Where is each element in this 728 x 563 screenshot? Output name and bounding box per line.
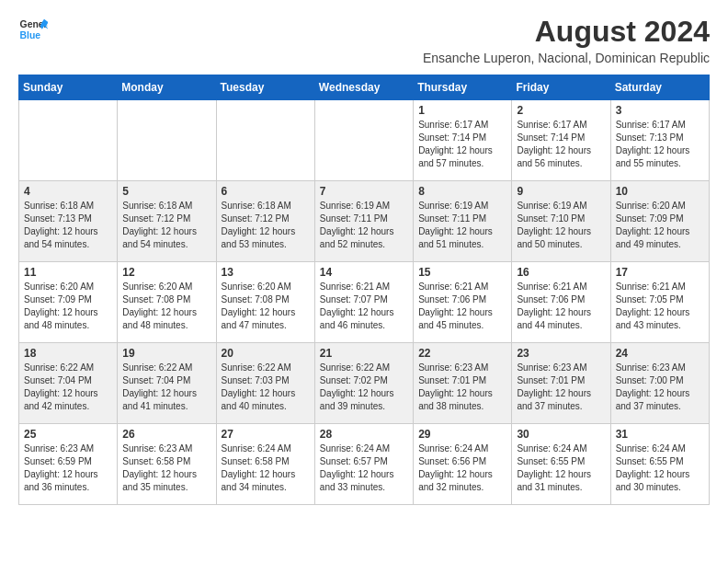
day-info: Sunrise: 6:24 AMSunset: 6:58 PMDaylight:… xyxy=(222,442,310,494)
day-info: Sunrise: 6:19 AMSunset: 7:11 PMDaylight:… xyxy=(418,200,506,251)
calendar-day-cell: 25Sunrise: 6:23 AMSunset: 6:59 PMDayligh… xyxy=(19,424,118,505)
subtitle: Ensanche Luperon, Nacional, Dominican Re… xyxy=(423,51,710,65)
day-number: 14 xyxy=(320,266,408,279)
day-number: 11 xyxy=(24,266,112,279)
day-info: Sunrise: 6:23 AMSunset: 7:01 PMDaylight:… xyxy=(517,362,605,413)
day-info: Sunrise: 6:17 AMSunset: 7:14 PMDaylight:… xyxy=(517,119,605,170)
day-number: 12 xyxy=(122,266,210,279)
logo-icon: General Blue xyxy=(18,15,48,44)
day-info: Sunrise: 6:24 AMSunset: 6:56 PMDaylight:… xyxy=(418,442,506,494)
day-info: Sunrise: 6:23 AMSunset: 6:59 PMDaylight:… xyxy=(24,442,112,494)
day-info: Sunrise: 6:23 AMSunset: 7:01 PMDaylight:… xyxy=(418,362,506,413)
day-info: Sunrise: 6:20 AMSunset: 7:09 PMDaylight:… xyxy=(24,281,112,332)
day-number: 30 xyxy=(517,428,605,441)
calendar-day-cell: 19Sunrise: 6:22 AMSunset: 7:04 PMDayligh… xyxy=(118,343,216,424)
calendar-day-cell: 20Sunrise: 6:22 AMSunset: 7:03 PMDayligh… xyxy=(216,343,314,424)
calendar-day-header: Sunday xyxy=(19,75,118,100)
day-number: 5 xyxy=(122,185,210,198)
calendar-day-cell xyxy=(19,100,118,181)
calendar-day-cell: 12Sunrise: 6:20 AMSunset: 7:08 PMDayligh… xyxy=(118,262,216,343)
calendar-day-cell: 14Sunrise: 6:21 AMSunset: 7:07 PMDayligh… xyxy=(314,262,413,343)
calendar-day-cell: 27Sunrise: 6:24 AMSunset: 6:58 PMDayligh… xyxy=(216,424,314,505)
calendar-week-row: 18Sunrise: 6:22 AMSunset: 7:04 PMDayligh… xyxy=(19,343,710,424)
calendar-day-cell: 11Sunrise: 6:20 AMSunset: 7:09 PMDayligh… xyxy=(19,262,118,343)
calendar-week-row: 4Sunrise: 6:18 AMSunset: 7:13 PMDaylight… xyxy=(19,181,710,262)
day-number: 20 xyxy=(222,347,310,360)
calendar-day-header: Monday xyxy=(118,75,216,100)
calendar-day-cell: 30Sunrise: 6:24 AMSunset: 6:55 PMDayligh… xyxy=(512,424,610,505)
day-info: Sunrise: 6:21 AMSunset: 7:06 PMDaylight:… xyxy=(517,281,605,332)
day-number: 19 xyxy=(122,347,210,360)
calendar-day-cell: 4Sunrise: 6:18 AMSunset: 7:13 PMDaylight… xyxy=(19,181,118,262)
calendar-day-header: Saturday xyxy=(610,75,709,100)
day-number: 13 xyxy=(222,266,310,279)
calendar-day-cell: 8Sunrise: 6:19 AMSunset: 7:11 PMDaylight… xyxy=(414,181,512,262)
calendar-day-header: Wednesday xyxy=(314,75,413,100)
calendar-day-cell xyxy=(216,100,314,181)
calendar-day-cell: 24Sunrise: 6:23 AMSunset: 7:00 PMDayligh… xyxy=(610,343,709,424)
day-info: Sunrise: 6:21 AMSunset: 7:05 PMDaylight:… xyxy=(616,281,704,332)
calendar-day-cell: 28Sunrise: 6:24 AMSunset: 6:57 PMDayligh… xyxy=(314,424,413,505)
day-number: 10 xyxy=(616,185,704,198)
day-info: Sunrise: 6:19 AMSunset: 7:10 PMDaylight:… xyxy=(517,200,605,251)
day-number: 21 xyxy=(320,347,408,360)
calendar-day-cell: 3Sunrise: 6:17 AMSunset: 7:13 PMDaylight… xyxy=(610,100,709,181)
day-info: Sunrise: 6:22 AMSunset: 7:02 PMDaylight:… xyxy=(320,362,408,413)
day-info: Sunrise: 6:18 AMSunset: 7:12 PMDaylight:… xyxy=(222,200,310,251)
day-info: Sunrise: 6:20 AMSunset: 7:08 PMDaylight:… xyxy=(122,281,210,332)
calendar-day-cell: 9Sunrise: 6:19 AMSunset: 7:10 PMDaylight… xyxy=(512,181,610,262)
day-number: 6 xyxy=(222,185,310,198)
calendar-table: SundayMondayTuesdayWednesdayThursdayFrid… xyxy=(18,75,710,505)
day-info: Sunrise: 6:17 AMSunset: 7:13 PMDaylight:… xyxy=(616,119,704,170)
day-info: Sunrise: 6:18 AMSunset: 7:12 PMDaylight:… xyxy=(122,200,210,251)
calendar-week-row: 11Sunrise: 6:20 AMSunset: 7:09 PMDayligh… xyxy=(19,262,710,343)
calendar-day-header: Thursday xyxy=(414,75,512,100)
main-title: August 2024 xyxy=(423,15,710,49)
day-number: 17 xyxy=(616,266,704,279)
calendar-day-cell: 17Sunrise: 6:21 AMSunset: 7:05 PMDayligh… xyxy=(610,262,709,343)
day-number: 16 xyxy=(517,266,605,279)
calendar-day-cell xyxy=(118,100,216,181)
logo: General Blue xyxy=(18,15,48,44)
day-number: 26 xyxy=(122,428,210,441)
calendar-day-cell: 15Sunrise: 6:21 AMSunset: 7:06 PMDayligh… xyxy=(414,262,512,343)
day-number: 18 xyxy=(24,347,112,360)
day-number: 1 xyxy=(418,104,506,117)
day-info: Sunrise: 6:21 AMSunset: 7:07 PMDaylight:… xyxy=(320,281,408,332)
day-info: Sunrise: 6:17 AMSunset: 7:14 PMDaylight:… xyxy=(418,119,506,170)
calendar-day-cell: 21Sunrise: 6:22 AMSunset: 7:02 PMDayligh… xyxy=(314,343,413,424)
calendar-day-header: Tuesday xyxy=(216,75,314,100)
day-number: 15 xyxy=(418,266,506,279)
day-number: 22 xyxy=(418,347,506,360)
calendar-day-cell: 26Sunrise: 6:23 AMSunset: 6:58 PMDayligh… xyxy=(118,424,216,505)
page-header: General Blue August 2024 Ensanche Lupero… xyxy=(18,15,710,65)
day-number: 8 xyxy=(418,185,506,198)
calendar-header-row: SundayMondayTuesdayWednesdayThursdayFrid… xyxy=(19,75,710,100)
calendar-week-row: 25Sunrise: 6:23 AMSunset: 6:59 PMDayligh… xyxy=(19,424,710,505)
day-info: Sunrise: 6:22 AMSunset: 7:04 PMDaylight:… xyxy=(24,362,112,413)
calendar-day-header: Friday xyxy=(512,75,610,100)
calendar-day-cell: 5Sunrise: 6:18 AMSunset: 7:12 PMDaylight… xyxy=(118,181,216,262)
calendar-day-cell: 23Sunrise: 6:23 AMSunset: 7:01 PMDayligh… xyxy=(512,343,610,424)
day-number: 7 xyxy=(320,185,408,198)
day-info: Sunrise: 6:24 AMSunset: 6:55 PMDaylight:… xyxy=(616,442,704,494)
day-info: Sunrise: 6:24 AMSunset: 6:55 PMDaylight:… xyxy=(517,442,605,494)
day-number: 9 xyxy=(517,185,605,198)
day-info: Sunrise: 6:23 AMSunset: 7:00 PMDaylight:… xyxy=(616,362,704,413)
calendar-day-cell: 31Sunrise: 6:24 AMSunset: 6:55 PMDayligh… xyxy=(610,424,709,505)
day-info: Sunrise: 6:24 AMSunset: 6:57 PMDaylight:… xyxy=(320,442,408,494)
calendar-day-cell xyxy=(314,100,413,181)
calendar-day-cell: 7Sunrise: 6:19 AMSunset: 7:11 PMDaylight… xyxy=(314,181,413,262)
day-number: 25 xyxy=(24,428,112,441)
calendar-day-cell: 10Sunrise: 6:20 AMSunset: 7:09 PMDayligh… xyxy=(610,181,709,262)
day-info: Sunrise: 6:22 AMSunset: 7:03 PMDaylight:… xyxy=(222,362,310,413)
day-number: 31 xyxy=(616,428,704,441)
day-info: Sunrise: 6:18 AMSunset: 7:13 PMDaylight:… xyxy=(24,200,112,251)
calendar-day-cell: 13Sunrise: 6:20 AMSunset: 7:08 PMDayligh… xyxy=(216,262,314,343)
calendar-day-cell: 6Sunrise: 6:18 AMSunset: 7:12 PMDaylight… xyxy=(216,181,314,262)
calendar-day-cell: 1Sunrise: 6:17 AMSunset: 7:14 PMDaylight… xyxy=(414,100,512,181)
day-number: 29 xyxy=(418,428,506,441)
calendar-day-cell: 18Sunrise: 6:22 AMSunset: 7:04 PMDayligh… xyxy=(19,343,118,424)
day-number: 24 xyxy=(616,347,704,360)
calendar-day-cell: 16Sunrise: 6:21 AMSunset: 7:06 PMDayligh… xyxy=(512,262,610,343)
